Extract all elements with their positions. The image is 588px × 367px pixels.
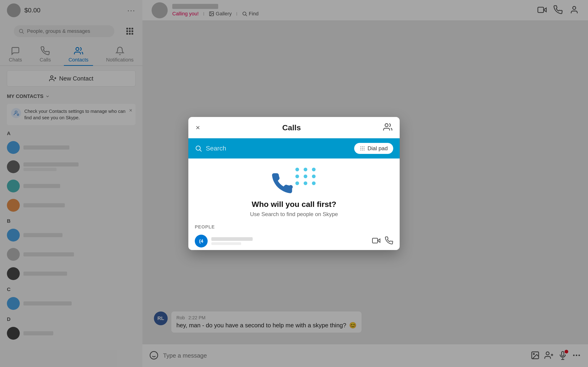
svg-point-44: [360, 148, 361, 149]
svg-point-45: [362, 148, 363, 149]
svg-point-49: [363, 150, 364, 150]
svg-rect-51: [372, 238, 378, 243]
person-avatar: (4: [195, 235, 208, 248]
person-actions: [372, 236, 393, 246]
svg-point-47: [360, 150, 361, 150]
modal-overlay[interactable]: × Calls Dial pad: [0, 0, 588, 367]
modal-close-button[interactable]: ×: [196, 124, 200, 131]
svg-point-42: [362, 147, 363, 147]
modal-header: × Calls: [188, 117, 400, 138]
people-item[interactable]: (4: [195, 232, 393, 250]
svg-point-46: [363, 148, 364, 149]
group-call-button[interactable]: [383, 123, 392, 133]
people-list: (4 AR: [195, 232, 393, 250]
svg-point-39: [196, 146, 200, 150]
person-sub-bar: [211, 242, 241, 245]
group-icon: [383, 123, 392, 132]
audio-call-person-button[interactable]: [385, 236, 393, 246]
person-name-wrap: [211, 237, 368, 245]
dial-pad-label: Dial pad: [367, 145, 388, 152]
modal-title: Calls: [282, 123, 301, 132]
phone-illustration: [271, 165, 317, 195]
phone-icon: [385, 236, 393, 245]
svg-point-38: [385, 124, 388, 127]
modal-search-area: Dial pad: [188, 138, 400, 158]
svg-point-41: [360, 147, 361, 147]
dialpad-icon: [360, 146, 365, 151]
calls-modal: × Calls Dial pad: [188, 117, 400, 250]
people-section-label: PEOPLE: [195, 224, 393, 230]
video-icon: [372, 236, 380, 245]
call-heading: Who will you call first?: [252, 200, 336, 209]
dots-grid: [295, 168, 317, 185]
modal-search-input[interactable]: [206, 145, 351, 152]
call-illustration: Who will you call first? Use Search to f…: [188, 158, 400, 222]
svg-point-43: [363, 147, 364, 147]
dial-pad-button[interactable]: Dial pad: [354, 143, 393, 154]
phone-handset-icon: [271, 172, 294, 195]
svg-marker-50: [378, 239, 380, 242]
video-call-person-button[interactable]: [372, 236, 380, 246]
call-subtext: Use Search to find people on Skype: [250, 211, 338, 217]
svg-point-48: [362, 150, 363, 150]
modal-search-icon: [195, 145, 202, 152]
people-section: PEOPLE (4: [188, 222, 400, 250]
person-name-bar: [211, 237, 253, 241]
svg-line-40: [200, 150, 201, 151]
